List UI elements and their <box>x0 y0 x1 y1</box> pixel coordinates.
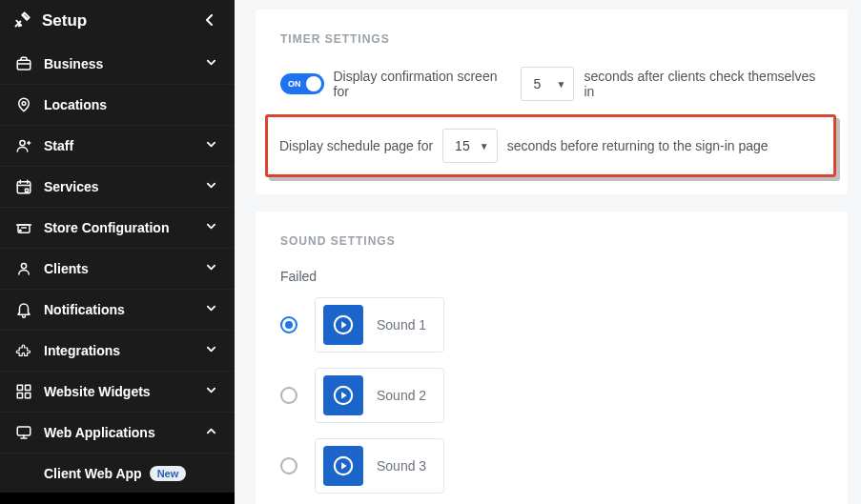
chevron-down-icon <box>200 180 221 193</box>
sound-option-3: Sound 3 <box>280 438 823 494</box>
play-button[interactable] <box>323 375 363 415</box>
chevron-down-icon <box>200 344 221 357</box>
chevron-down-icon <box>200 262 221 275</box>
sound-radio-3[interactable] <box>280 457 297 474</box>
sidebar-collapse-button[interactable] <box>198 14 221 29</box>
sidebar-header: Setup <box>0 0 235 44</box>
svg-rect-9 <box>17 393 22 398</box>
sidebar-item-label: Integrations <box>44 343 200 358</box>
svg-rect-8 <box>26 385 31 390</box>
store-icon <box>13 217 34 238</box>
timer-settings-panel: TIMER SETTINGS ON Display confirmation s… <box>256 10 848 194</box>
schedule-suffix-text: seconds before returning to the sign-in … <box>507 138 769 153</box>
sidebar-item-label: Staff <box>44 138 200 153</box>
sidebar-item-services[interactable]: Services <box>0 167 235 208</box>
person-icon <box>13 135 34 156</box>
sound-settings-heading: SOUND SETTINGS <box>280 234 823 248</box>
toggle-on-label: ON <box>288 79 301 89</box>
play-button[interactable] <box>323 446 363 486</box>
sidebar-item-label: Store Configuration <box>44 220 200 235</box>
select-value: 5 <box>533 76 541 91</box>
sidebar-item-store-configuration[interactable]: Store Configuration <box>0 208 235 249</box>
confirmation-toggle[interactable]: ON <box>280 73 324 94</box>
sidebar-item-clients[interactable]: Clients <box>0 249 235 290</box>
play-button[interactable] <box>323 305 363 345</box>
svg-rect-11 <box>17 427 31 435</box>
sound-option-2: Sound 2 <box>280 368 823 423</box>
bell-icon <box>13 299 34 320</box>
sound-name: Sound 2 <box>377 388 426 403</box>
new-badge: New <box>150 466 187 481</box>
sound-name: Sound 3 <box>377 458 426 474</box>
sidebar-title: Setup <box>42 11 198 30</box>
sidebar-item-integrations[interactable]: Integrations <box>0 331 235 372</box>
puzzle-icon <box>13 340 34 361</box>
briefcase-icon <box>13 53 34 74</box>
timer-settings-heading: TIMER SETTINGS <box>280 32 823 46</box>
chevron-down-icon <box>200 57 221 71</box>
svg-point-5 <box>20 230 22 232</box>
sound-sublabel: Failed <box>280 269 823 284</box>
sidebar-sub-self-check-in[interactable]: Self Check-In <box>0 493 235 504</box>
confirmation-suffix-text: seconds after clients check themselves i… <box>584 69 823 99</box>
chevron-up-icon <box>200 426 221 439</box>
sidebar-item-web-applications[interactable]: Web Applications <box>0 413 235 454</box>
chevron-down-icon <box>200 139 221 152</box>
pin-icon <box>13 94 34 115</box>
sound-radio-1[interactable] <box>280 316 297 333</box>
svg-point-6 <box>21 263 26 268</box>
svg-rect-7 <box>17 385 22 390</box>
select-value: 15 <box>455 138 470 153</box>
svg-point-2 <box>20 140 25 145</box>
sidebar-item-website-widgets[interactable]: Website Widgets <box>0 372 235 413</box>
chevron-down-icon <box>200 385 221 398</box>
schedule-seconds-select[interactable]: 15 ▼ <box>442 129 498 163</box>
caret-down-icon: ▼ <box>557 79 566 90</box>
chevron-down-icon <box>200 303 221 316</box>
sound-card: Sound 3 <box>315 438 444 494</box>
svg-point-1 <box>22 102 26 106</box>
sound-name: Sound 1 <box>377 317 426 333</box>
sidebar-item-label: Locations <box>44 97 221 112</box>
sidebar-sub-label: Client Web App <box>44 466 142 481</box>
sidebar-item-label: Clients <box>44 261 200 276</box>
svg-rect-10 <box>26 393 31 398</box>
caret-down-icon: ▼ <box>480 141 489 151</box>
sidebar-item-label: Notifications <box>44 302 200 317</box>
sound-option-1: Sound 1 <box>280 297 823 353</box>
sidebar-item-business[interactable]: Business <box>0 44 235 85</box>
toggle-knob <box>306 76 321 91</box>
client-icon <box>13 258 34 279</box>
confirmation-timer-row: ON Display confirmation screen for 5 ▼ s… <box>280 67 823 101</box>
sound-card: Sound 1 <box>315 297 444 353</box>
schedule-prefix-text: Display schedule page for <box>279 138 433 153</box>
sidebar-item-label: Business <box>44 56 200 71</box>
sidebar: Setup Business Locations Staff <box>0 0 235 504</box>
widgets-icon <box>13 381 34 402</box>
chevron-down-icon <box>200 221 221 234</box>
sidebar-item-locations[interactable]: Locations <box>0 85 235 126</box>
sidebar-item-notifications[interactable]: Notifications <box>0 290 235 331</box>
svg-rect-0 <box>17 60 31 70</box>
schedule-timer-row: Display schedule page for 15 ▼ seconds b… <box>279 129 822 163</box>
sound-card: Sound 2 <box>315 368 444 423</box>
schedule-timer-highlight: Display schedule page for 15 ▼ seconds b… <box>265 114 836 177</box>
main-content: TIMER SETTINGS ON Display confirmation s… <box>235 0 861 504</box>
sound-settings-panel: SOUND SETTINGS Failed Sound 1 Sound 2 <box>256 212 848 504</box>
sidebar-item-staff[interactable]: Staff <box>0 126 235 167</box>
sidebar-nav: Business Locations Staff Services <box>0 44 235 504</box>
sidebar-item-label: Services <box>44 179 200 194</box>
confirmation-seconds-select[interactable]: 5 ▼ <box>521 67 574 101</box>
confirmation-prefix-text: Display confirmation screen for <box>334 69 512 99</box>
sidebar-item-label: Website Widgets <box>44 384 200 399</box>
sound-radio-2[interactable] <box>280 387 297 404</box>
setup-icon <box>13 10 32 32</box>
monitor-icon <box>13 422 34 443</box>
calendar-icon <box>13 176 34 197</box>
sidebar-item-label: Web Applications <box>44 425 200 440</box>
sidebar-sub-client-web-app[interactable]: Client Web App New <box>0 454 235 493</box>
